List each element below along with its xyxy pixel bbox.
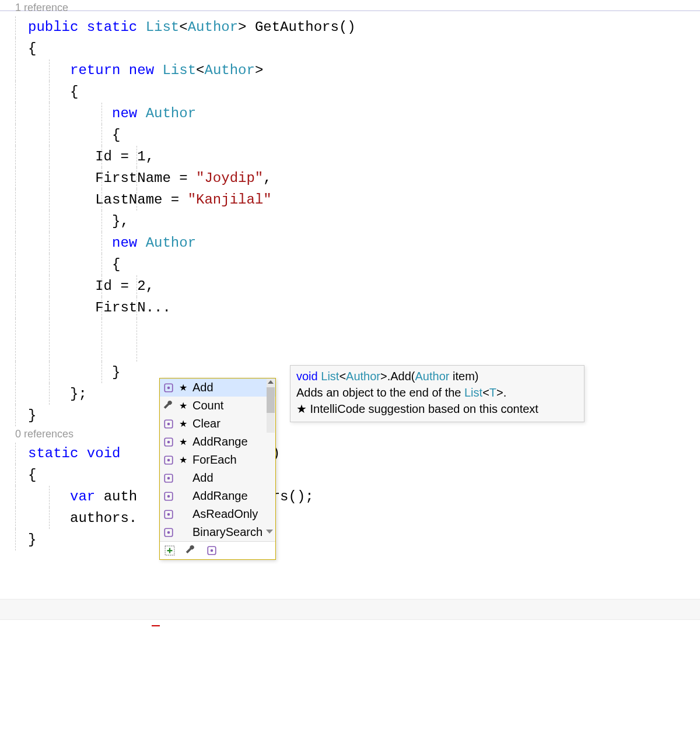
svg-point-11: [167, 495, 170, 497]
code-line[interactable]: {: [28, 38, 700, 59]
code-text: authors.: [70, 510, 137, 526]
item-label: BinarySearch: [192, 525, 262, 539]
code-line[interactable]: }: [28, 529, 700, 551]
desc-text: IntelliCode suggestion based on this con…: [307, 402, 538, 415]
star-icon: ★: [178, 418, 188, 429]
keyword-var: var: [70, 489, 95, 504]
code-line[interactable]: authors.: [28, 507, 700, 529]
code-line[interactable]: Id = 2,: [28, 275, 700, 297]
codelens-0ref[interactable]: 0 references: [15, 426, 700, 443]
intellisense-scrollbar[interactable]: [267, 379, 275, 433]
svg-point-1: [167, 386, 170, 389]
item-label: ForEach: [192, 453, 237, 467]
intellisense-item-binarysearch[interactable]: BinarySearch: [160, 523, 275, 541]
keyword-public: public: [28, 19, 78, 35]
scroll-down-icon[interactable]: [266, 530, 273, 534]
scroll-up-icon[interactable]: [268, 380, 274, 384]
svg-point-5: [167, 440, 170, 443]
keyword-void: void: [296, 370, 318, 383]
intellisense-item-addrange[interactable]: AddRange: [160, 487, 275, 505]
star-icon: ★: [296, 402, 307, 415]
intellisense-item-foreach-starred[interactable]: ★ ForEach: [160, 451, 275, 469]
code-line[interactable]: },: [28, 211, 700, 232]
code-line[interactable]: [28, 318, 700, 362]
svg-point-18: [211, 549, 214, 552]
punct: >: [496, 386, 503, 399]
punct: >: [380, 370, 387, 383]
desc-text: Adds an object to the end of the: [296, 386, 464, 399]
type-list: List: [146, 19, 180, 35]
code-line[interactable]: {: [28, 464, 700, 486]
intellisense-item-clear-starred[interactable]: ★ Clear: [160, 415, 275, 433]
method-icon: [163, 437, 174, 447]
code-editor[interactable]: 1 reference public static List<Author> G…: [0, 0, 700, 551]
keyword-new: new: [112, 235, 137, 251]
method-icon: [163, 509, 174, 520]
code-text: Id = 2,: [28, 278, 154, 294]
code-text: auth: [95, 489, 137, 504]
code-line[interactable]: FirstName = "Joydip",: [28, 167, 700, 189]
code-line[interactable]: {: [28, 81, 700, 103]
intellisense-popup[interactable]: ★ Add ★ Count ★ Clear ★ AddRange ★ ForEa…: [159, 378, 276, 560]
code-text: LastName =: [28, 192, 188, 208]
tooltip-description-1: Adds an object to the end of the List<T>…: [296, 384, 578, 401]
string-literal: "Kanjilal": [188, 192, 272, 208]
item-label: AddRange: [192, 489, 248, 503]
code-line[interactable]: new Author: [28, 103, 700, 124]
brace: };: [70, 386, 87, 402]
punct: >: [238, 19, 246, 35]
intellisense-item-asreadonly[interactable]: AsReadOnly: [160, 505, 275, 523]
code-line[interactable]: static void [] args): [28, 443, 700, 464]
code-line[interactable]: Id = 1,: [28, 146, 700, 167]
code-line[interactable]: FirstN...: [28, 297, 700, 318]
method-icon: [163, 491, 174, 502]
code-line[interactable]: LastName = "Kanjilal": [28, 189, 700, 211]
keyword-return: return: [70, 62, 120, 78]
code-line[interactable]: new Author: [28, 232, 700, 254]
method-name: .Add(: [387, 370, 415, 383]
item-label: AddRange: [192, 435, 248, 448]
type-list: List: [464, 386, 482, 399]
code-line[interactable]: {: [28, 254, 700, 275]
punct: >: [255, 62, 263, 78]
param-name: item): [449, 370, 478, 383]
intellisense-footer: [160, 541, 275, 559]
svg-point-13: [167, 513, 170, 516]
wrench-icon: [163, 401, 174, 411]
item-label: AsReadOnly: [192, 507, 258, 521]
method-name: GetAuthors(): [247, 19, 356, 35]
code-line[interactable]: {: [28, 124, 700, 146]
svg-point-3: [167, 422, 170, 425]
method-icon[interactable]: [206, 545, 217, 556]
intellisense-item-add-starred[interactable]: ★ Add: [160, 378, 275, 397]
svg-point-9: [167, 476, 170, 479]
wrench-icon[interactable]: [186, 545, 196, 556]
brace: {: [28, 467, 36, 483]
show-all-icon[interactable]: [164, 545, 175, 556]
intellisense-item-add[interactable]: Add: [160, 469, 275, 487]
codelens-1ref[interactable]: 1 reference: [15, 0, 700, 16]
string-literal: "Joydip": [196, 170, 263, 186]
item-label: Add: [192, 381, 214, 394]
type-author: Author: [346, 370, 380, 383]
tooltip-signature: void List<Author>.Add(Author item): [296, 368, 578, 384]
type-list: List: [321, 370, 339, 383]
star-icon: ★: [178, 454, 188, 465]
intellisense-item-count-starred[interactable]: ★ Count: [160, 397, 275, 415]
signature-tooltip: void List<Author>.Add(Author item) Adds …: [290, 365, 584, 422]
brace: }: [28, 532, 36, 548]
scroll-thumb[interactable]: [267, 387, 275, 413]
star-icon: ★: [178, 382, 188, 393]
intellisense-item-addrange-starred[interactable]: ★ AddRange: [160, 433, 275, 451]
current-line-highlight: [0, 599, 700, 620]
code-text: FirstName =: [28, 170, 196, 186]
brace: {: [112, 127, 120, 143]
code-line[interactable]: var auth thors();: [28, 486, 700, 507]
punct: <: [339, 370, 346, 383]
code-line[interactable]: return new List<Author>: [28, 59, 700, 81]
method-icon: [163, 473, 174, 483]
brace: },: [78, 213, 128, 229]
punct: <: [482, 386, 489, 399]
keyword-void: void: [87, 446, 121, 461]
code-line[interactable]: public static List<Author> GetAuthors(): [28, 16, 700, 38]
